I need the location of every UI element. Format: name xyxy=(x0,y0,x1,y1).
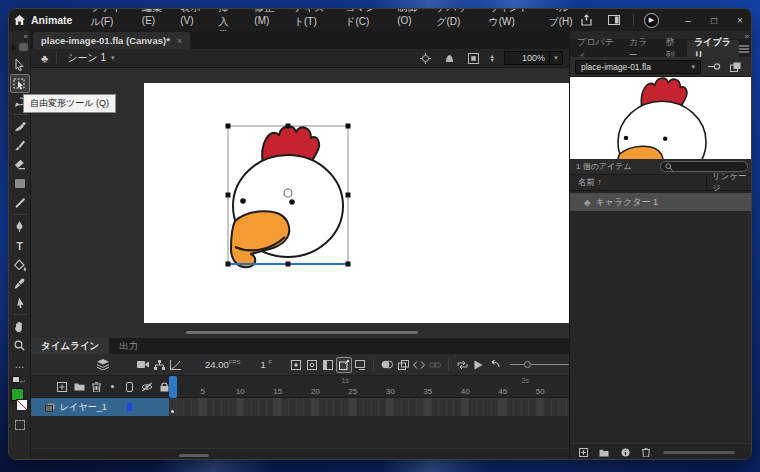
frame-cell[interactable] xyxy=(342,398,350,416)
edit-multiple-frames-icon[interactable] xyxy=(395,357,411,373)
new-folder-icon[interactable] xyxy=(74,379,85,395)
frame-cell[interactable] xyxy=(544,398,552,416)
frame-cell[interactable] xyxy=(439,398,447,416)
line-tool[interactable] xyxy=(10,193,30,212)
loop-icon[interactable] xyxy=(454,357,470,373)
frame-cell[interactable] xyxy=(237,398,245,416)
scene-chevron-icon[interactable]: ▾ xyxy=(111,54,115,62)
column-divider[interactable] xyxy=(706,175,707,191)
remove-frame-icon[interactable] xyxy=(352,357,368,373)
close-button[interactable]: × xyxy=(727,10,752,31)
frame-cell[interactable] xyxy=(402,398,410,416)
fps-display[interactable]: 24.00FPS xyxy=(205,359,240,370)
app-name[interactable]: Animate xyxy=(31,14,72,26)
eyedropper-tool[interactable] xyxy=(10,274,30,293)
library-document-select[interactable]: place-image-01.fla ▾ xyxy=(575,60,701,74)
frame-cell[interactable] xyxy=(432,398,440,416)
timeline-horizontal-scrollbar[interactable] xyxy=(179,454,209,457)
document-tab[interactable]: place-image-01.fla (Canvas)* × xyxy=(33,32,190,49)
stage[interactable] xyxy=(144,83,569,323)
playhead[interactable] xyxy=(169,376,177,398)
fill-color-swatch[interactable] xyxy=(10,388,30,414)
column-name[interactable]: 名前 ↑ xyxy=(578,177,602,189)
chicken-artwork-selected[interactable] xyxy=(223,121,353,271)
frame-cell[interactable] xyxy=(304,398,312,416)
rewind-icon[interactable] xyxy=(486,357,502,373)
preview-play-icon[interactable]: ▶ xyxy=(644,13,659,28)
tab-output[interactable]: 出力 xyxy=(109,338,148,354)
frame-cell[interactable] xyxy=(387,398,395,416)
frame-cell[interactable] xyxy=(514,398,522,416)
frame-cell[interactable] xyxy=(192,398,200,416)
new-symbol-icon[interactable] xyxy=(575,446,591,460)
frame-cell[interactable] xyxy=(469,398,477,416)
eraser-tool[interactable] xyxy=(10,155,30,174)
edit-in-place-icon[interactable] xyxy=(466,51,481,65)
frame-cell[interactable] xyxy=(274,398,282,416)
classic-brush-tool[interactable] xyxy=(10,136,30,155)
library-item[interactable]: ♣ キャラクター 1 xyxy=(570,193,752,211)
link-icon[interactable] xyxy=(427,357,443,373)
document-tab-close-icon[interactable]: × xyxy=(177,36,182,46)
workspace-icon[interactable] xyxy=(605,12,623,28)
zoom-level-input[interactable]: 100% xyxy=(504,51,550,65)
frame-cell[interactable] xyxy=(199,398,207,416)
insert-frame-icon[interactable] xyxy=(320,357,336,373)
panel-menu-icon[interactable] xyxy=(739,45,749,53)
frame-cell[interactable] xyxy=(259,398,267,416)
frame-ruler[interactable]: 1s2s5101520253035404550 xyxy=(169,376,569,398)
frame-cell[interactable] xyxy=(364,398,372,416)
frame-cell[interactable] xyxy=(477,398,485,416)
frame-cell[interactable] xyxy=(169,398,177,416)
current-frame-display[interactable]: 1 F xyxy=(260,359,272,370)
layer-row[interactable]: レイヤー_1 xyxy=(31,398,569,416)
frame-cell[interactable] xyxy=(394,398,402,416)
timeline-empty-area[interactable] xyxy=(31,416,569,448)
text-tool[interactable]: T xyxy=(10,236,30,255)
tab-align[interactable]: 整列 xyxy=(658,40,687,57)
hand-tool[interactable] xyxy=(10,317,30,336)
frame-cell[interactable] xyxy=(334,398,342,416)
play-icon[interactable] xyxy=(470,357,486,373)
frame-cell[interactable] xyxy=(372,398,380,416)
delete-item-icon[interactable] xyxy=(638,446,654,460)
lock-layers-icon[interactable] xyxy=(160,379,169,395)
layer-frames[interactable] xyxy=(169,398,569,416)
new-folder-icon[interactable] xyxy=(596,446,612,460)
show-all-dot-icon[interactable] xyxy=(108,379,117,395)
camera-icon[interactable] xyxy=(135,357,151,373)
new-library-panel-icon[interactable] xyxy=(727,60,743,74)
more-tools[interactable]: … xyxy=(10,355,30,374)
asset-warp-tool[interactable] xyxy=(10,293,30,312)
frame-cell[interactable] xyxy=(499,398,507,416)
frame-cell[interactable] xyxy=(222,398,230,416)
frame-cell[interactable] xyxy=(552,398,560,416)
delete-layer-icon[interactable] xyxy=(92,379,101,395)
hide-layers-icon[interactable] xyxy=(141,379,153,395)
insert-blank-keyframe-icon[interactable] xyxy=(304,357,320,373)
default-colors-icon[interactable]: ↩ xyxy=(12,376,28,385)
frame-cell[interactable] xyxy=(447,398,455,416)
frame-cell[interactable] xyxy=(349,398,357,416)
frame-cell[interactable] xyxy=(267,398,275,416)
frame-cell[interactable] xyxy=(282,398,290,416)
zoom-stepper[interactable]: ▲▼ xyxy=(490,54,495,62)
tab-color[interactable]: カラー xyxy=(622,40,659,57)
frame-cell[interactable] xyxy=(289,398,297,416)
frame-span-icon[interactable] xyxy=(411,357,427,373)
maximize-button[interactable]: □ xyxy=(701,10,727,31)
frame-cell[interactable] xyxy=(409,398,417,416)
frame-cell[interactable] xyxy=(184,398,192,416)
item-properties-icon[interactable] xyxy=(617,446,633,460)
zoom-tool[interactable] xyxy=(10,336,30,355)
frame-cell[interactable] xyxy=(327,398,335,416)
frame-cell[interactable] xyxy=(357,398,365,416)
share-icon[interactable] xyxy=(577,12,595,28)
frame-cell[interactable] xyxy=(207,398,215,416)
center-stage-icon[interactable] xyxy=(418,51,433,65)
frame-cell[interactable] xyxy=(252,398,260,416)
free-transform-tool[interactable] xyxy=(10,74,30,93)
options-icon[interactable] xyxy=(10,415,30,434)
new-layer-icon[interactable] xyxy=(57,379,67,395)
parent-view-icon[interactable] xyxy=(151,357,167,373)
